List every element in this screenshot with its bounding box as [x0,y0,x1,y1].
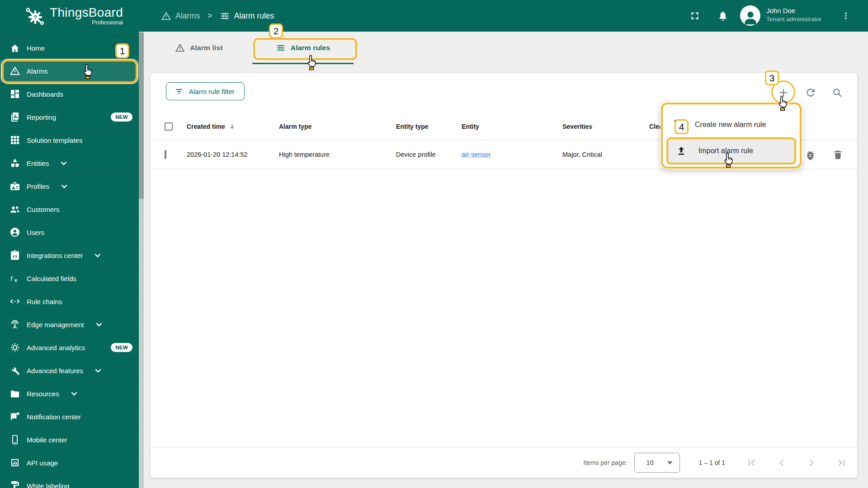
fullscreen-button[interactable] [685,6,705,26]
folder-icon [9,388,20,399]
sidebar-item-reporting[interactable]: ReportingNEW [0,106,139,129]
delete-trash-icon[interactable] [832,149,844,160]
sidebar-item-label: Alarms [27,67,48,75]
chevron-down-icon [59,181,70,192]
refresh-icon [805,87,816,99]
person-icon [9,227,20,238]
notification-icon [9,411,20,422]
breadcrumb-separator: > [208,12,212,20]
sidebar-scrollbar-thumb[interactable] [139,33,144,199]
sidebar-item-profiles[interactable]: Profiles [0,175,139,198]
sidebar-item-label: Profiles [27,183,49,190]
add-alarm-rule-menu: Create new alarm rule Import alarm rule [661,103,802,169]
breadcrumb-item-alarm-rules[interactable]: Alarm rules [220,11,274,21]
thingsboard-gear-icon: ? [24,5,45,27]
breadcrumb-item-alarms[interactable]: Alarms [161,11,200,21]
sidebar-item-customers[interactable]: Customers [0,198,139,221]
alarm-rule-filter-button[interactable]: Alarm rule filter [166,82,245,100]
svg-text:x: x [14,277,18,283]
breadcrumb: Alarms>Alarm rules [161,0,274,32]
refresh-button[interactable] [802,84,820,102]
column-header-alarm-type[interactable]: Alarm type [279,123,396,130]
svg-text:f: f [10,275,13,282]
sidebar-item-calculated-fields[interactable]: fxCalculated fields [0,267,139,290]
sidebar-scrollbar[interactable] [139,32,144,488]
cell-created-time: 2026-01-20 12:14:52 [187,151,279,158]
first-page-button[interactable] [746,457,758,469]
last-page-button[interactable] [835,457,847,469]
sidebar-item-label: API usage [27,459,58,467]
sidebar-item-label: Reporting [27,113,56,121]
chevron-down-icon [92,250,103,261]
user-avatar[interactable] [740,5,760,26]
tab-bar: Alarm listAlarm rules [149,32,357,64]
tune-icon [220,11,230,21]
add-alarm-rule-button[interactable] [774,84,793,102]
grid-icon [9,135,20,145]
tab-alarm-rules[interactable]: Alarm rules [249,32,357,64]
select-caret-icon [667,461,673,465]
sidebar-item-advanced-features[interactable]: Advanced features [0,359,139,382]
svg-text:?: ? [33,14,37,21]
sidebar-item-resources[interactable]: Resources [0,382,139,405]
tab-alarm-list[interactable]: Alarm list [149,32,249,64]
next-page-button[interactable] [806,457,817,469]
select-all-checkbox[interactable] [165,122,173,131]
column-header-entity-type[interactable]: Entity type [396,123,462,130]
sidebar-item-integrations-center[interactable]: Integrations center [0,244,139,267]
sidebar-item-label: Advanced features [27,367,83,375]
sidebar-item-label: Integrations center [27,252,83,259]
category-icon [9,158,20,169]
sidebar-item-api-usage[interactable]: API usage [0,451,139,474]
pagination-range: 1 – 1 of 1 [699,459,725,466]
sidebar-item-alarms[interactable]: Alarms [0,60,139,83]
menu-item-create-new-alarm-rule[interactable]: Create new alarm rule [663,112,800,138]
mobile-icon [9,434,20,445]
items-per-page-select[interactable]: 10 [634,453,680,473]
thingsboard-app: ? ThingsBoard Professional Alarms>Alarm … [0,0,868,488]
chevron-down-icon [94,319,104,330]
search-icon [831,87,843,99]
debug-bug-icon[interactable] [805,149,816,160]
user-name: John Doe [766,6,821,15]
sidebar-item-edge-management[interactable]: Edge management [0,313,139,336]
sidebar-item-home[interactable]: Home [0,37,139,60]
home-icon [9,43,20,54]
cell-severities: Major, Critical [562,151,649,158]
breadcrumb-label: Alarms [175,11,200,21]
cell-alarm-type: High temperature [279,151,396,158]
column-header-severities[interactable]: Severities [562,123,649,130]
user-info[interactable]: John Doe Tenant administrator [766,6,821,23]
notifications-button[interactable] [713,6,733,26]
sidebar-item-rule-chains[interactable]: Rule chains [0,290,139,313]
chevron-down-icon [58,158,69,169]
row-checkbox[interactable] [165,150,166,159]
sort-desc-icon [228,122,236,130]
sidebar-item-entities[interactable]: Entities [0,152,139,175]
rule-chain-icon [9,296,20,307]
items-per-page-label: Items per page: [583,459,627,466]
sidebar-item-solution-templates[interactable]: Solution templates [0,129,139,152]
badge-icon [9,181,20,192]
sidebar-item-label: Dashboards [27,90,63,98]
menu-item-import-alarm-rule[interactable]: Import alarm rule [666,137,796,164]
function-icon: fx [9,273,20,284]
fullscreen-icon [689,10,701,22]
sidebar-item-dashboards[interactable]: Dashboards [0,83,139,106]
integration-icon [9,250,20,261]
brand-logo[interactable]: ? ThingsBoard Professional [24,0,123,32]
sidebar-item-notification-center[interactable]: Notification center [0,405,139,428]
search-button[interactable] [828,84,846,102]
sidebar-item-label: Calculated fields [27,275,76,282]
column-header-entity[interactable]: Entity [462,123,562,130]
sidebar-item-advanced-analytics[interactable]: Advanced analyticsNEW [0,336,139,359]
antenna-icon [9,319,20,330]
sidebar-item-white-labeling[interactable]: White labeling [0,474,139,488]
sidebar-item-label: Home [27,44,45,52]
header-more-button[interactable] [838,6,854,26]
previous-page-button[interactable] [776,457,788,469]
sidebar-item-mobile-center[interactable]: Mobile center [0,428,139,451]
column-header-created-time[interactable]: Created time [187,122,279,130]
entity-link[interactable]: air-sensor [462,151,491,158]
sidebar-item-users[interactable]: Users [0,221,139,244]
